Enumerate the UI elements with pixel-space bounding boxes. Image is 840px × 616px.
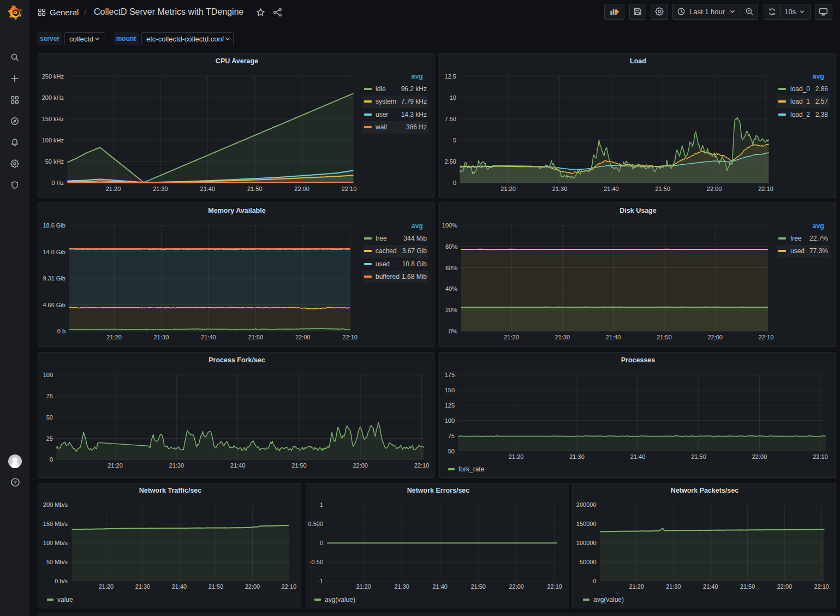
svg-text:0: 0 bbox=[49, 456, 52, 463]
svg-text:?: ? bbox=[14, 479, 17, 485]
svg-text:21:30: 21:30 bbox=[666, 583, 681, 590]
svg-text:4.66 Gib: 4.66 Gib bbox=[43, 302, 65, 308]
svg-text:22:00: 22:00 bbox=[353, 462, 368, 469]
svg-text:100 kHz: 100 kHz bbox=[41, 137, 63, 143]
svg-text:21:50: 21:50 bbox=[291, 462, 307, 469]
svg-text:0.500: 0.500 bbox=[308, 521, 323, 527]
svg-text:21:50: 21:50 bbox=[470, 583, 486, 590]
svg-text:22:00: 22:00 bbox=[752, 453, 767, 460]
svg-text:22:10: 22:10 bbox=[281, 583, 296, 590]
svg-text:22:00: 22:00 bbox=[294, 186, 309, 192]
svg-text:200 Mb/s: 200 Mb/s bbox=[43, 501, 68, 508]
svg-text:Network Errors/sec: Network Errors/sec bbox=[407, 487, 470, 494]
svg-text:22:00: 22:00 bbox=[295, 334, 310, 340]
svg-text:21:30: 21:30 bbox=[555, 334, 570, 340]
svg-text:200000: 200000 bbox=[576, 501, 596, 508]
svg-text:125: 125 bbox=[444, 402, 454, 408]
svg-text:50: 50 bbox=[46, 414, 52, 420]
svg-text:Network Traffic/sec: Network Traffic/sec bbox=[139, 487, 201, 494]
svg-text:21:40: 21:40 bbox=[605, 334, 621, 340]
svg-text:21:30: 21:30 bbox=[394, 583, 409, 590]
svg-text:Process Fork/sec: Process Fork/sec bbox=[208, 356, 265, 363]
svg-text:21:20: 21:20 bbox=[504, 334, 519, 340]
svg-text:75: 75 bbox=[448, 432, 454, 439]
svg-text:150: 150 bbox=[444, 387, 454, 393]
svg-text:100%: 100% bbox=[442, 222, 457, 229]
svg-text:21:20: 21:20 bbox=[105, 186, 121, 192]
svg-text:21:20: 21:20 bbox=[629, 583, 644, 590]
svg-text:150000: 150000 bbox=[576, 521, 596, 527]
svg-text:10: 10 bbox=[449, 94, 456, 101]
svg-text:22:00: 22:00 bbox=[245, 583, 260, 590]
svg-text:50 kHz: 50 kHz bbox=[45, 158, 63, 165]
svg-text:14.0 Gib: 14.0 Gib bbox=[43, 249, 65, 255]
svg-text:7.50: 7.50 bbox=[444, 116, 456, 122]
svg-text:21:30: 21:30 bbox=[153, 186, 168, 192]
svg-text:CPU Average: CPU Average bbox=[215, 57, 258, 65]
svg-text:80%: 80% bbox=[445, 243, 457, 250]
svg-text:22:00: 22:00 bbox=[777, 583, 792, 590]
svg-text:21:40: 21:40 bbox=[432, 583, 448, 590]
svg-text:21:40: 21:40 bbox=[630, 453, 645, 460]
svg-text:21:30: 21:30 bbox=[569, 453, 585, 460]
svg-text:250 kHz: 250 kHz bbox=[41, 73, 63, 80]
svg-text:175: 175 bbox=[444, 372, 454, 378]
svg-text:-0.50: -0.50 bbox=[309, 559, 323, 565]
svg-text:5: 5 bbox=[452, 137, 456, 143]
svg-text:21:40: 21:40 bbox=[604, 186, 619, 192]
svg-text:0 b/s: 0 b/s bbox=[55, 578, 68, 584]
svg-text:Processes: Processes bbox=[621, 356, 655, 363]
svg-text:100: 100 bbox=[43, 372, 52, 378]
svg-text:200 kHz: 200 kHz bbox=[41, 94, 63, 101]
svg-text:25: 25 bbox=[46, 435, 52, 441]
svg-text:9.31 Gib: 9.31 Gib bbox=[43, 275, 65, 282]
svg-text:75: 75 bbox=[46, 393, 52, 399]
svg-text:18.6 Gib: 18.6 Gib bbox=[43, 222, 65, 229]
svg-text:21:50: 21:50 bbox=[248, 334, 263, 340]
svg-text:Load: Load bbox=[630, 57, 646, 65]
svg-text:150 kHz: 150 kHz bbox=[41, 116, 63, 122]
svg-text:100000: 100000 bbox=[576, 540, 596, 546]
svg-text:21:20: 21:20 bbox=[106, 334, 122, 340]
svg-text:21:20: 21:20 bbox=[508, 453, 523, 460]
svg-text:20%: 20% bbox=[445, 307, 457, 313]
svg-text:21:40: 21:40 bbox=[230, 462, 245, 469]
svg-text:Disk Usage: Disk Usage bbox=[619, 207, 656, 214]
svg-text:21:50: 21:50 bbox=[657, 334, 672, 340]
svg-text:21:20: 21:20 bbox=[108, 462, 123, 469]
svg-text:21:40: 21:40 bbox=[171, 583, 186, 590]
svg-text:40%: 40% bbox=[445, 285, 457, 292]
svg-text:0: 0 bbox=[452, 180, 456, 186]
svg-text:21:20: 21:20 bbox=[501, 186, 516, 192]
svg-text:0 b: 0 b bbox=[57, 328, 65, 334]
svg-text:100 Mb/s: 100 Mb/s bbox=[43, 540, 68, 546]
svg-text:21:50: 21:50 bbox=[208, 583, 223, 590]
svg-text:21:30: 21:30 bbox=[135, 583, 150, 590]
svg-text:50000: 50000 bbox=[580, 559, 597, 565]
svg-text:22:10: 22:10 bbox=[813, 453, 828, 460]
svg-text:12.5: 12.5 bbox=[444, 73, 456, 80]
svg-text:21:50: 21:50 bbox=[691, 453, 706, 460]
svg-text:0: 0 bbox=[593, 578, 596, 584]
svg-text:0%: 0% bbox=[449, 328, 457, 334]
svg-text:22:10: 22:10 bbox=[758, 334, 773, 340]
svg-text:22:10: 22:10 bbox=[341, 186, 356, 192]
svg-text:22:10: 22:10 bbox=[814, 583, 829, 590]
svg-text:21:50: 21:50 bbox=[740, 583, 755, 590]
svg-text:22:00: 22:00 bbox=[706, 186, 722, 192]
svg-text:50 Mb/s: 50 Mb/s bbox=[46, 559, 68, 565]
svg-text:21:30: 21:30 bbox=[169, 462, 184, 469]
svg-text:21:40: 21:40 bbox=[201, 334, 216, 340]
svg-text:21:50: 21:50 bbox=[655, 186, 670, 192]
svg-text:60%: 60% bbox=[445, 265, 457, 271]
svg-text:21:20: 21:20 bbox=[356, 583, 371, 590]
svg-text:22:00: 22:00 bbox=[707, 334, 723, 340]
svg-text:22:10: 22:10 bbox=[414, 462, 429, 469]
svg-text:21:30: 21:30 bbox=[552, 186, 567, 192]
svg-text:21:30: 21:30 bbox=[153, 334, 169, 340]
svg-text:1: 1 bbox=[320, 501, 323, 508]
svg-text:Memory Available: Memory Available bbox=[208, 207, 265, 214]
svg-text:Network Packets/sec: Network Packets/sec bbox=[670, 487, 738, 494]
svg-text:150 Mb/s: 150 Mb/s bbox=[43, 521, 68, 527]
svg-text:22:10: 22:10 bbox=[547, 583, 562, 590]
